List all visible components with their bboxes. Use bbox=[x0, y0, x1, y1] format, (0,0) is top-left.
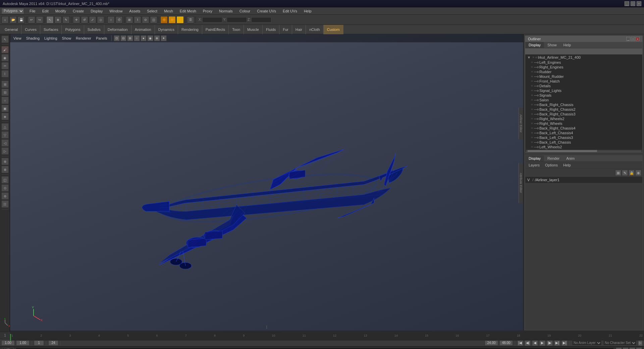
lt-tool14[interactable]: ◫ bbox=[1, 176, 9, 184]
menu-help[interactable]: Help bbox=[303, 8, 313, 14]
tb-snap-view[interactable]: ◫ bbox=[150, 16, 157, 23]
vt-btn1[interactable]: ⊡ bbox=[114, 35, 120, 41]
list-item[interactable]: ☀ —o Back_Left_Chassis bbox=[525, 140, 642, 145]
br-btn3[interactable]: □ bbox=[629, 347, 635, 349]
pb-extra1[interactable]: ▷ bbox=[638, 340, 643, 346]
tab-dynamics[interactable]: Dynamics bbox=[155, 25, 178, 34]
list-item[interactable]: ☀ —o Back_Right_Chassis bbox=[525, 102, 642, 107]
menu-modify[interactable]: Modify bbox=[54, 8, 67, 14]
tb-rotate[interactable]: ↺ bbox=[81, 16, 88, 23]
list-item[interactable]: ☀ —o Left_Wheels2 bbox=[525, 145, 642, 149]
outliner-hscroll[interactable] bbox=[525, 149, 642, 152]
vt-btn6[interactable]: ◉ bbox=[147, 35, 153, 41]
attribute-editor-tab[interactable]: Attribute Editor bbox=[519, 163, 523, 203]
lt-bridge-tool[interactable]: ⌇ bbox=[1, 70, 9, 78]
lt-sculpt-tool[interactable]: ◉ bbox=[1, 54, 9, 61]
pb-step-back[interactable]: ◀| bbox=[525, 340, 531, 346]
lt-paint-tool[interactable]: 🖌 bbox=[1, 46, 9, 53]
list-item[interactable]: ☀ —o Back_Right_Chassis3 bbox=[525, 112, 642, 116]
tab-toon[interactable]: Toon bbox=[229, 25, 244, 34]
br-btn1[interactable]: ⊞ bbox=[616, 347, 622, 349]
tb-move[interactable]: ✛ bbox=[73, 16, 80, 23]
vt-view[interactable]: View bbox=[11, 36, 23, 40]
channel-box-tab[interactable]: Airliner Editor bbox=[519, 108, 523, 139]
tab-ncloth[interactable]: nCloth bbox=[306, 25, 324, 34]
tb-undo[interactable]: ↩ bbox=[28, 16, 35, 23]
layer-btn4[interactable]: ⊕ bbox=[635, 170, 641, 176]
timeline[interactable]: 1 1 2 3 4 5 6 7 8 9 10 11 12 13 14 15 16… bbox=[0, 332, 644, 339]
layer-btn2[interactable]: ✎ bbox=[622, 170, 628, 176]
list-item[interactable]: ☀ —o Back_Left_Chassis3 bbox=[525, 135, 642, 140]
tab-painteffects[interactable]: PaintEffects bbox=[202, 25, 229, 34]
layer-btn1[interactable]: ⊞ bbox=[615, 170, 621, 176]
list-item[interactable]: ▼ ☀ ○ Irkut_Airliner_MC_21_400 bbox=[525, 55, 642, 60]
tb-lasso[interactable]: ⊕ bbox=[54, 16, 62, 23]
br-btn4[interactable]: × bbox=[636, 347, 642, 349]
tb-history[interactable]: ⏱ bbox=[115, 16, 123, 23]
lt-tool17[interactable]: ☷ bbox=[1, 200, 9, 208]
lt-tool8[interactable]: △ bbox=[1, 123, 9, 131]
layer-row[interactable]: V / /Airliner_layer1 bbox=[525, 177, 642, 183]
outliner-tab-display[interactable]: Display bbox=[525, 42, 544, 48]
tab-surfaces[interactable]: Surfaces bbox=[40, 25, 62, 34]
tb-soft[interactable]: ○ bbox=[107, 16, 115, 23]
tab-general[interactable]: General bbox=[1, 25, 21, 34]
lt-tool16[interactable]: ⊚ bbox=[1, 192, 9, 200]
vt-btn7[interactable]: ⊕ bbox=[154, 35, 160, 41]
menu-create[interactable]: Create bbox=[71, 8, 85, 14]
menu-assets[interactable]: Assets bbox=[128, 8, 142, 14]
menu-edit-mesh[interactable]: Edit Mesh bbox=[178, 8, 198, 14]
pb-range-end[interactable] bbox=[499, 340, 513, 346]
tb-scale[interactable]: ⤢ bbox=[89, 16, 96, 23]
list-item[interactable]: ☀ —o Signal_Lights bbox=[525, 88, 642, 93]
pb-end-frame[interactable] bbox=[48, 340, 58, 346]
pb-step-fwd[interactable]: |▶ bbox=[547, 340, 553, 346]
list-item[interactable]: ☀ —o Right_Wheels bbox=[525, 121, 642, 126]
menu-edit-uvs[interactable]: Edit UVs bbox=[281, 8, 299, 14]
pb-range-start[interactable] bbox=[485, 340, 498, 346]
vt-lighting[interactable]: Lighting bbox=[42, 36, 59, 40]
lt-tool13[interactable]: ⊗ bbox=[1, 166, 9, 173]
playhead[interactable] bbox=[10, 334, 11, 341]
pb-current-frame[interactable] bbox=[34, 340, 44, 346]
tb-manip[interactable]: ☰ bbox=[187, 16, 194, 23]
lt-tool12[interactable]: ⊕ bbox=[1, 158, 9, 165]
layer-sub-help[interactable]: Help bbox=[560, 162, 574, 168]
tb-save[interactable]: 💾 bbox=[17, 16, 25, 23]
list-item[interactable]: ☀ —o Left_Engines bbox=[525, 60, 642, 65]
minimize-btn[interactable]: _ bbox=[625, 1, 629, 6]
lt-tool10[interactable]: ◁ bbox=[1, 139, 9, 147]
maximize-btn[interactable]: □ bbox=[631, 1, 635, 6]
tab-subdivs[interactable]: Subdivs bbox=[84, 25, 104, 34]
outliner-maximize[interactable]: □ bbox=[631, 37, 635, 41]
tab-muscle[interactable]: Muscle bbox=[244, 25, 263, 34]
layer-btn3[interactable]: 🔒 bbox=[629, 170, 635, 176]
outliner-minimize[interactable]: _ bbox=[626, 37, 630, 41]
vt-btn8[interactable]: ✦ bbox=[161, 35, 167, 41]
vt-btn5[interactable]: ● bbox=[141, 35, 147, 41]
tb-render3[interactable]: 🔆 bbox=[176, 16, 184, 23]
tb-render1[interactable]: 🔆 bbox=[160, 16, 168, 23]
tb-paint[interactable]: ✎ bbox=[62, 16, 70, 23]
tb-snap-curve[interactable]: ⌇ bbox=[134, 16, 141, 23]
tb-select[interactable]: ↖ bbox=[46, 16, 54, 23]
anim-layer-select[interactable]: No Anim Layer bbox=[572, 340, 602, 346]
x-input[interactable] bbox=[202, 17, 222, 22]
lt-tool9[interactable]: ▽ bbox=[1, 131, 9, 139]
layer-tab-render[interactable]: Render bbox=[544, 155, 563, 161]
outliner-tab-show[interactable]: Show bbox=[544, 42, 560, 48]
vt-renderer[interactable]: Renderer bbox=[74, 36, 93, 40]
timeline-ruler[interactable]: 1 2 3 4 5 6 7 8 9 10 11 12 13 14 15 16 1… bbox=[10, 331, 644, 341]
tb-snap-point[interactable]: ⊙ bbox=[142, 16, 149, 23]
menu-colour[interactable]: Colour bbox=[238, 8, 252, 14]
list-item[interactable]: ☀ —o Signals bbox=[525, 93, 642, 98]
vt-btn3[interactable]: ⊞ bbox=[127, 35, 133, 41]
pb-current-start[interactable] bbox=[16, 340, 30, 346]
viewport[interactable]: View Shading Lighting Show Renderer Pane… bbox=[10, 34, 523, 332]
tab-rendering[interactable]: Rendering bbox=[178, 25, 202, 34]
list-item[interactable]: ☀ —o Salon bbox=[525, 98, 642, 102]
vt-panels[interactable]: Panels bbox=[94, 36, 109, 40]
lt-tool4[interactable]: ⊟ bbox=[1, 89, 9, 96]
lt-tool7[interactable]: ◈ bbox=[1, 113, 9, 120]
list-item[interactable]: ☀ —o Rudder bbox=[525, 69, 642, 74]
